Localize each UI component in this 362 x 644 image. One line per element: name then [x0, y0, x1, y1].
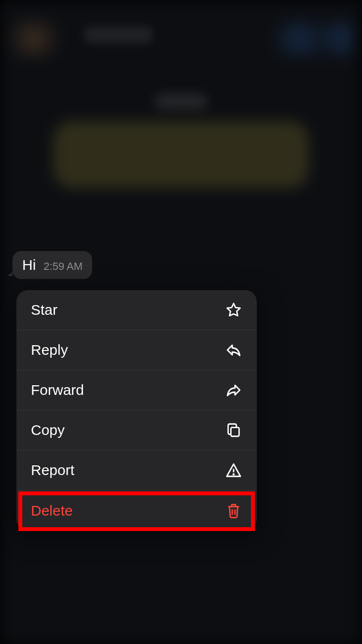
forward-icon — [225, 381, 242, 399]
blurred-date-pill — [154, 94, 208, 109]
svg-rect-0 — [231, 427, 239, 436]
menu-item-label: Reply — [31, 342, 68, 358]
trash-icon — [225, 502, 242, 519]
message-bubble[interactable]: Hi 2:59 AM — [13, 251, 92, 279]
menu-item-label: Delete — [31, 503, 73, 519]
star-icon — [225, 301, 242, 319]
copy-icon — [225, 421, 242, 439]
reply-icon — [225, 341, 242, 359]
context-menu: Star Reply Forward Copy Report Delete — [16, 290, 257, 531]
blurred-header-title — [84, 27, 152, 43]
menu-item-copy[interactable]: Copy — [16, 410, 257, 450]
menu-item-forward[interactable]: Forward — [16, 370, 257, 410]
menu-item-reply[interactable]: Reply — [16, 330, 257, 370]
menu-item-label: Copy — [31, 422, 65, 438]
report-icon — [225, 462, 242, 479]
menu-item-label: Report — [31, 462, 74, 478]
menu-item-star[interactable]: Star — [16, 290, 257, 330]
message-text: Hi — [22, 257, 36, 273]
menu-item-label: Star — [31, 302, 57, 318]
menu-item-label: Forward — [31, 382, 84, 398]
message-timestamp: 2:59 AM — [43, 260, 83, 273]
menu-item-report[interactable]: Report — [16, 450, 257, 490]
menu-item-delete[interactable]: Delete — [16, 490, 257, 531]
svg-point-2 — [233, 474, 234, 475]
